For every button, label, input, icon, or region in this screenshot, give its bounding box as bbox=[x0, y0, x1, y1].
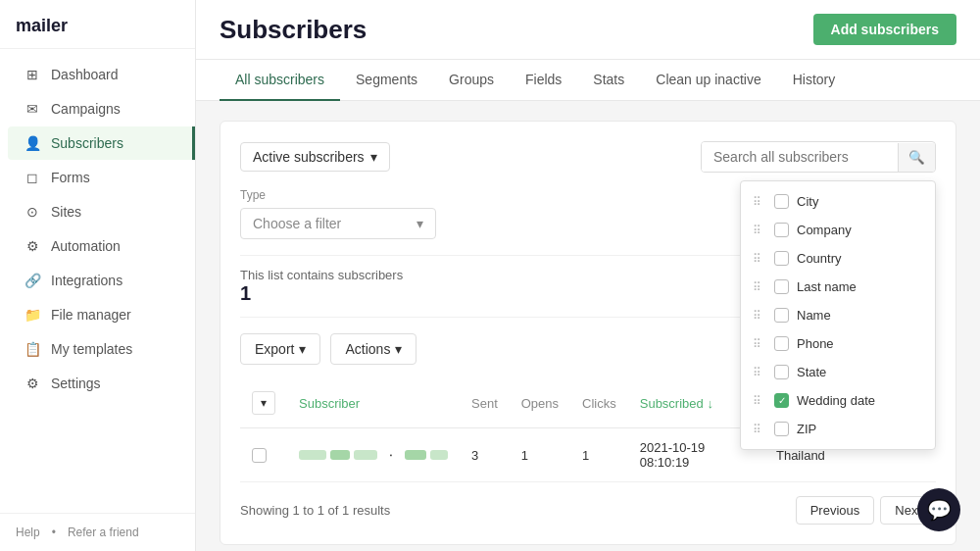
col-checkbox[interactable] bbox=[774, 279, 789, 294]
subscribed-col-label[interactable]: Subscribed ↓ bbox=[640, 396, 713, 411]
search-input[interactable] bbox=[702, 142, 898, 172]
row-select-dropdown[interactable]: ▾ bbox=[252, 391, 275, 415]
search-icon: 🔍 bbox=[908, 150, 925, 165]
sidebar-item-forms[interactable]: ◻ Forms bbox=[8, 161, 187, 194]
col-item-phone[interactable]: ⠿ Phone bbox=[741, 329, 935, 358]
dashboard-icon: ⊞ bbox=[24, 67, 41, 82]
chat-icon: 💬 bbox=[927, 498, 952, 522]
type-filter-value: Choose a filter bbox=[253, 216, 341, 231]
col-item-country[interactable]: ⠿ Country bbox=[741, 244, 935, 273]
col-item-city[interactable]: ⠿ City bbox=[741, 187, 935, 216]
col-checkbox[interactable]: ✓ bbox=[774, 393, 789, 408]
col-checkbox[interactable] bbox=[774, 308, 789, 323]
col-label: ZIP bbox=[797, 422, 816, 436]
col-item-state[interactable]: ⠿ State bbox=[741, 358, 935, 386]
sidebar-label-automation: Automation bbox=[51, 238, 121, 254]
placeholder-block-3 bbox=[354, 450, 377, 460]
sidebar-label-integrations: Integrations bbox=[51, 273, 122, 288]
placeholder-block-2 bbox=[330, 450, 350, 460]
sidebar-item-my-templates[interactable]: 📋 My templates bbox=[8, 332, 187, 366]
actions-button[interactable]: Actions ▾ bbox=[330, 333, 416, 365]
tab-groups[interactable]: Groups bbox=[433, 60, 510, 101]
sidebar-label-dashboard: Dashboard bbox=[51, 67, 119, 82]
stats-count: 1 bbox=[240, 282, 403, 305]
page-buttons: Previous Next bbox=[796, 496, 936, 525]
subscribers-card: Active subscribers ▾ 🔍 ⠿ City ⠿ Company bbox=[220, 121, 956, 545]
actions-label: Actions bbox=[345, 341, 390, 357]
drag-handle-icon: ⠿ bbox=[753, 309, 766, 323]
col-checkbox[interactable] bbox=[774, 194, 789, 209]
row-checkbox[interactable] bbox=[252, 448, 267, 463]
help-link[interactable]: Help bbox=[16, 526, 40, 539]
tab-clean-up-inactive[interactable]: Clean up inactive bbox=[640, 60, 776, 101]
type-filter-dropdown[interactable]: Choose a filter ▾ bbox=[240, 208, 436, 239]
col-checkbox[interactable] bbox=[774, 336, 789, 351]
col-label: Company bbox=[797, 223, 852, 237]
sidebar-item-file-manager[interactable]: 📁 File manager bbox=[8, 298, 187, 331]
refer-link[interactable]: Refer a friend bbox=[68, 526, 139, 539]
tab-all-subscribers[interactable]: All subscribers bbox=[220, 60, 340, 101]
main-header: Subscribers Add subscribers bbox=[196, 0, 980, 60]
clicks-col-label: Clicks bbox=[582, 396, 616, 411]
sidebar-item-campaigns[interactable]: ✉ Campaigns bbox=[8, 92, 187, 125]
forms-icon: ◻ bbox=[24, 170, 41, 185]
placeholder-block-1 bbox=[299, 450, 326, 460]
col-checkbox[interactable] bbox=[774, 223, 789, 237]
col-label: Last name bbox=[797, 279, 857, 294]
chat-button[interactable]: 💬 bbox=[917, 488, 960, 531]
campaigns-icon: ✉ bbox=[24, 101, 41, 117]
drag-handle-icon: ⠿ bbox=[753, 423, 766, 436]
sidebar-logo: mailer bbox=[0, 0, 195, 49]
dropdown-chevron-icon: ▾ bbox=[370, 149, 377, 165]
export-button[interactable]: Export ▾ bbox=[240, 333, 320, 365]
search-button[interactable]: 🔍 bbox=[898, 143, 935, 172]
col-label: Name bbox=[797, 308, 831, 323]
col-label: State bbox=[797, 365, 826, 379]
col-item-zip[interactable]: ⠿ ZIP bbox=[741, 415, 935, 443]
stats-label: This list contains subscribers bbox=[240, 268, 403, 282]
subscriber-type-label: Active subscribers bbox=[253, 149, 365, 165]
page-title: Subscribers bbox=[220, 15, 367, 45]
type-chevron-icon: ▾ bbox=[416, 216, 423, 231]
col-item-wedding-date[interactable]: ⠿ ✓ Wedding date bbox=[741, 386, 935, 415]
th-clicks: Clicks bbox=[570, 378, 628, 428]
previous-button[interactable]: Previous bbox=[796, 496, 875, 525]
automation-icon: ⚙ bbox=[24, 238, 41, 254]
col-label: Country bbox=[797, 251, 842, 266]
sidebar-item-integrations[interactable]: 🔗 Integrations bbox=[8, 264, 187, 297]
sidebar-item-subscribers[interactable]: 👤 Subscribers bbox=[8, 126, 195, 160]
tab-segments[interactable]: Segments bbox=[340, 60, 433, 101]
sidebar: mailer ⊞ Dashboard✉ Campaigns👤 Subscribe… bbox=[0, 0, 196, 551]
col-checkbox[interactable] bbox=[774, 422, 789, 436]
col-item-last-name[interactable]: ⠿ Last name bbox=[741, 273, 935, 301]
settings-icon: ⚙ bbox=[24, 376, 41, 391]
col-item-company[interactable]: ⠿ Company bbox=[741, 216, 935, 244]
drag-handle-icon: ⠿ bbox=[753, 366, 766, 379]
col-checkbox[interactable] bbox=[774, 365, 789, 379]
my-templates-icon: 📋 bbox=[24, 341, 41, 357]
stats-info: This list contains subscribers 1 bbox=[240, 268, 403, 305]
showing-text: Showing 1 to 1 of 1 results bbox=[240, 503, 390, 518]
sidebar-item-sites[interactable]: ⊙ Sites bbox=[8, 195, 187, 228]
search-box: 🔍 bbox=[701, 141, 936, 173]
add-subscribers-button[interactable]: Add subscribers bbox=[813, 14, 956, 45]
drag-handle-icon: ⠿ bbox=[753, 195, 766, 209]
sidebar-item-automation[interactable]: ⚙ Automation bbox=[8, 229, 187, 263]
main-content: Subscribers Add subscribers All subscrib… bbox=[196, 0, 980, 551]
tab-fields[interactable]: Fields bbox=[510, 60, 577, 101]
subscribers-icon: 👤 bbox=[24, 135, 41, 151]
sidebar-item-dashboard[interactable]: ⊞ Dashboard bbox=[8, 58, 187, 91]
sidebar-item-settings[interactable]: ⚙ Settings bbox=[8, 367, 187, 400]
subscriber-placeholder: ⬝ bbox=[299, 448, 448, 463]
clicks-cell: 1 bbox=[570, 428, 628, 482]
tab-stats[interactable]: Stats bbox=[577, 60, 640, 101]
file-manager-icon: 📁 bbox=[24, 307, 41, 323]
sidebar-label-file-manager: File manager bbox=[51, 307, 131, 323]
col-item-name[interactable]: ⠿ Name bbox=[741, 301, 935, 329]
sidebar-label-settings: Settings bbox=[51, 376, 101, 391]
col-checkbox[interactable] bbox=[774, 251, 789, 266]
th-sent: Sent bbox=[460, 378, 510, 428]
tab-history[interactable]: History bbox=[777, 60, 852, 101]
subscriber-col-label: Subscriber bbox=[299, 396, 360, 411]
subscriber-type-dropdown[interactable]: Active subscribers ▾ bbox=[240, 142, 390, 172]
